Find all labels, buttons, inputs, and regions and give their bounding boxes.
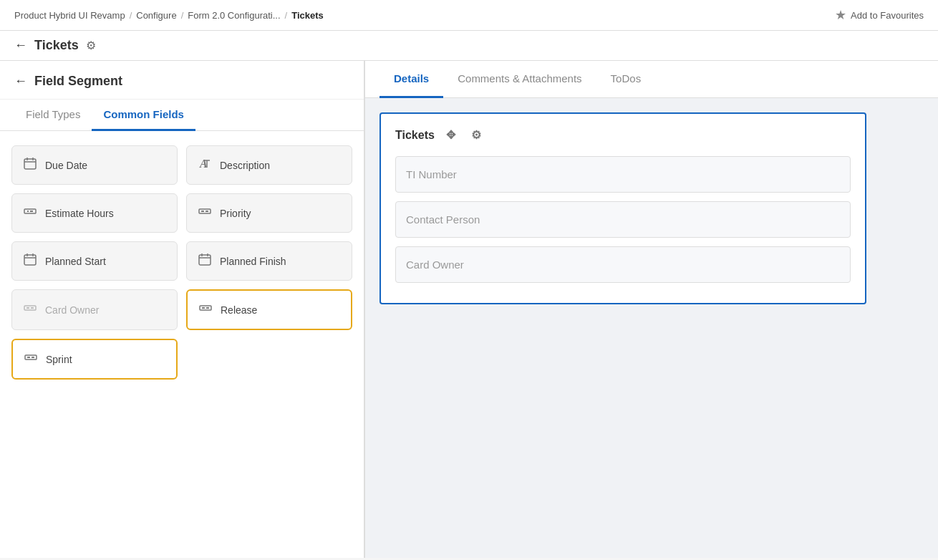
field-item-estimate-hours[interactable]: Estimate Hours	[11, 193, 178, 233]
page-title: Tickets	[34, 38, 79, 53]
tickets-card-header: Tickets ✥ ⚙	[395, 125, 851, 145]
field-label-card-owner: Card Owner	[45, 304, 99, 316]
favorite-star-icon[interactable]: ★	[835, 7, 846, 23]
svg-rect-22	[26, 307, 29, 309]
svg-rect-11	[201, 211, 204, 212]
field-label-planned-finish: Planned Finish	[220, 256, 286, 267]
sprint-icon	[23, 350, 39, 368]
field-segment-title: Field Segment	[34, 74, 122, 89]
tickets-card: Tickets ✥ ⚙ TI Number Contact Person Car…	[379, 112, 866, 304]
field-label-planned-start: Planned Start	[45, 256, 106, 267]
planned-finish-calendar-icon	[197, 252, 213, 270]
right-panel: Details Comments & Attachments ToDos Tic…	[365, 61, 938, 558]
field-label-priority: Priority	[220, 208, 251, 219]
form-field-ti-number: TI Number	[395, 156, 851, 193]
priority-icon	[197, 204, 213, 222]
svg-rect-0	[24, 159, 36, 169]
breadcrumb-part-4[interactable]: Tickets	[291, 10, 324, 21]
field-item-planned-start[interactable]: Planned Start	[11, 241, 178, 281]
form-field-contact-person: Contact Person	[395, 201, 851, 238]
svg-rect-26	[206, 307, 209, 309]
breadcrumb: Product Hybrid UI Revamp / Configure / F…	[0, 0, 938, 31]
tab-comments-attachments[interactable]: Comments & Attachments	[443, 61, 596, 98]
field-item-description[interactable]: A Description	[186, 145, 352, 185]
tab-field-types[interactable]: Field Types	[14, 100, 92, 131]
calendar-icon	[22, 156, 38, 174]
sub-tabs: Field Types Common Fields	[0, 100, 364, 131]
content-area: Tickets ✥ ⚙ TI Number Contact Person Car…	[365, 98, 938, 558]
field-label-sprint: Sprint	[46, 354, 72, 365]
svg-rect-27	[25, 355, 37, 359]
svg-rect-13	[24, 255, 36, 265]
field-segment-back-button[interactable]: ←	[14, 74, 27, 89]
breadcrumb-part-3[interactable]: Form 2.0 Configurati...	[188, 10, 280, 21]
svg-rect-23	[31, 307, 34, 309]
form-field-card-owner: Card Owner	[395, 246, 851, 283]
breadcrumb-sep-1: /	[130, 10, 132, 21]
release-icon	[198, 301, 213, 319]
field-item-release[interactable]: Release	[186, 289, 352, 330]
field-label-description: Description	[220, 160, 270, 171]
breadcrumb-sep-3: /	[285, 10, 288, 21]
breadcrumb-part-2[interactable]: Configure	[136, 10, 176, 21]
field-label-estimate-hours: Estimate Hours	[45, 208, 114, 219]
field-item-due-date[interactable]: Due Date	[11, 145, 178, 185]
estimate-icon	[22, 204, 38, 222]
field-item-planned-finish[interactable]: Planned Finish	[186, 241, 352, 281]
field-label-due-date: Due Date	[45, 160, 87, 171]
main-layout: ← Field Segment Field Types Common Field…	[0, 61, 938, 558]
breadcrumb-sep-2: /	[181, 10, 184, 21]
svg-rect-29	[32, 357, 34, 358]
planned-start-calendar-icon	[22, 252, 38, 270]
tickets-card-title: Tickets	[395, 129, 435, 142]
back-button[interactable]: ←	[14, 38, 27, 53]
field-item-card-owner[interactable]: Card Owner	[11, 289, 178, 330]
svg-rect-28	[27, 357, 30, 358]
svg-rect-25	[202, 307, 205, 309]
card-owner-icon	[22, 301, 38, 319]
svg-rect-17	[199, 255, 211, 265]
tickets-gear-icon[interactable]: ⚙	[467, 125, 485, 145]
field-label-release: Release	[221, 304, 257, 316]
svg-rect-10	[199, 209, 211, 213]
add-to-favourites-button[interactable]: Add to Favourites	[851, 10, 924, 21]
svg-text:A: A	[199, 158, 208, 170]
field-item-sprint[interactable]: Sprint	[11, 339, 178, 380]
page-header: ← Tickets ⚙	[0, 31, 938, 61]
top-tabs: Details Comments & Attachments ToDos	[365, 61, 938, 98]
tab-todos[interactable]: ToDos	[596, 61, 656, 98]
svg-rect-21	[24, 306, 36, 310]
settings-icon[interactable]: ⚙	[86, 39, 96, 52]
breadcrumb-part-1[interactable]: Product Hybrid UI Revamp	[14, 10, 125, 21]
field-segment-header: ← Field Segment	[0, 61, 364, 100]
svg-rect-12	[206, 211, 208, 212]
tab-common-fields[interactable]: Common Fields	[92, 100, 195, 131]
move-icon[interactable]: ✥	[442, 125, 460, 145]
left-panel: ← Field Segment Field Types Common Field…	[0, 61, 365, 558]
field-grid: Due Date A Description	[0, 131, 364, 394]
text-icon: A	[197, 156, 213, 174]
field-item-priority[interactable]: Priority	[186, 193, 352, 233]
svg-rect-24	[200, 306, 211, 310]
tab-details[interactable]: Details	[379, 61, 443, 98]
